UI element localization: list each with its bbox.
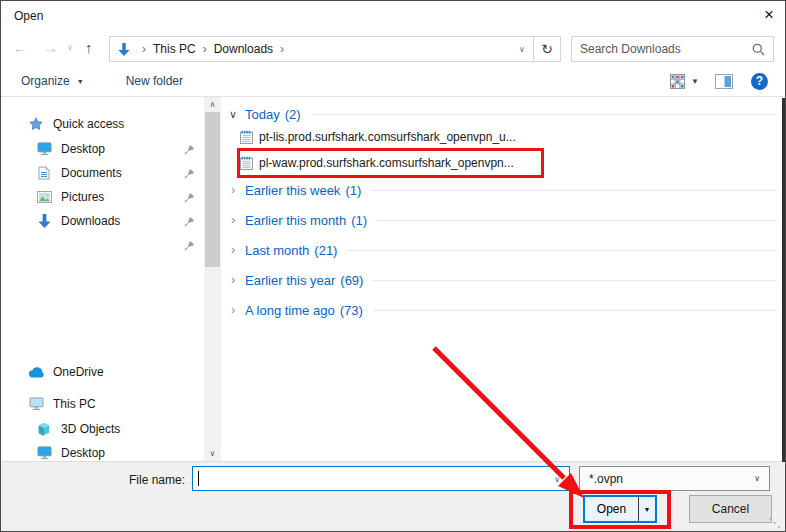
file-name-input[interactable] [197,468,543,489]
back-button[interactable]: ← [13,39,28,56]
chevron-right-icon: › [229,305,245,315]
open-button[interactable]: Open ▼ [583,495,657,523]
group-label: A long time ago [245,303,335,318]
chevron-right-icon: › [229,275,245,285]
group-count: (1) [345,183,361,198]
sidebar-item-label: 3D Objects [61,422,120,436]
group-header-earlier-this-month[interactable]: › Earlier this month (1) [229,209,782,231]
pin-icon[interactable] [184,144,195,155]
group-header-earlier-this-week[interactable]: › Earlier this week (1) [229,179,782,201]
sidebar-item-label: Documents [61,166,122,180]
grid-view-icon[interactable] [670,74,685,89]
group-rule [377,220,777,221]
sidebar-gap [1,257,203,359]
sidebar-item-3d-objects[interactable]: 3D Objects [1,417,203,441]
downloads-folder-icon [117,42,131,57]
group-header-a-long-time-ago[interactable]: › A long time ago (73) [229,299,782,321]
search-icon[interactable] [752,43,765,56]
desktop-monitor-icon [35,142,53,156]
file-type-dropdown[interactable]: *.ovpn ∨ [579,466,770,491]
sidebar-item-this-pc[interactable]: This PC [1,391,203,417]
sidebar-item-onedrive[interactable]: OneDrive [1,359,203,385]
sidebar-item-downloads[interactable]: Downloads [1,209,203,233]
chevron-down-icon[interactable]: ∨ [554,475,560,484]
preview-pane-icon[interactable] [715,74,733,89]
breadcrumb-this-pc[interactable]: This PC [153,42,196,56]
file-row-pt-lis[interactable]: pt-lis.prod.surfshark.comsurfshark_openv… [240,125,782,149]
sidebar-item-label: Pictures [61,190,104,204]
group-count: (73) [340,303,363,318]
file-name: pl-waw.prod.surfshark.comsurfshark_openv… [259,156,514,170]
breadcrumb-separator: › [280,42,284,56]
forward-button[interactable]: → [43,39,58,56]
pin-icon[interactable] [184,168,195,179]
text-file-icon [240,156,253,170]
quick-access-star-icon [27,117,45,131]
chevron-right-icon: › [229,185,245,195]
help-icon[interactable]: ? [751,73,768,90]
sidebar-item-quick-access[interactable]: Quick access [1,111,203,137]
organize-caret-icon: ▼ [77,78,84,85]
resize-grip[interactable]: ⋱ [768,515,781,530]
file-type-value: *.ovpn [589,472,754,486]
group-rule [373,310,777,311]
sidebar-item-desktop[interactable]: Desktop [1,137,203,161]
cancel-button[interactable]: Cancel [689,495,772,523]
group-count: (2) [285,107,301,122]
onedrive-cloud-icon [27,367,45,378]
group-header-last-month[interactable]: › Last month (21) [229,239,782,261]
pin-icon[interactable] [184,240,195,251]
sidebar-item-label: Quick access [53,117,124,131]
title-bar: Open × [1,1,785,31]
group-label: Earlier this month [245,213,346,228]
group-count: (1) [351,213,367,228]
pictures-icon [35,191,53,203]
sidebar-item-pictures[interactable]: Pictures [1,185,203,209]
open-dropdown-icon[interactable]: ▼ [639,497,655,521]
dialog-title: Open [14,9,43,23]
view-options-caret-icon[interactable]: ▼ [691,77,699,86]
text-caret [198,471,199,486]
address-dropdown-icon[interactable]: ∨ [511,45,533,54]
sidebar-item-documents[interactable]: Documents [1,161,203,185]
documents-icon [35,166,53,180]
search-box[interactable] [571,36,774,62]
scroll-down-icon[interactable]: ∨ [204,449,221,458]
chevron-down-icon: ∨ [754,474,760,483]
new-folder-button[interactable]: New folder [126,74,183,88]
sidebar-item-pinned-empty[interactable] [1,233,203,257]
group-count: (69) [340,273,363,288]
navigation-bar: ← → ∨ ↑ › This PC › Downloads › ∨ ↻ [1,32,785,66]
dialog-content: Quick access Desktop Documents [1,97,785,461]
sidebar-scrollbar[interactable]: ∧ ∨ [204,97,221,461]
navigation-pane: Quick access Desktop Documents [1,97,203,461]
pin-icon[interactable] [184,192,195,203]
organize-button[interactable]: Organize ▼ [21,74,84,88]
breadcrumb-separator: › [142,42,146,56]
address-bar[interactable]: › This PC › Downloads › ∨ ↻ [109,36,561,62]
search-input[interactable] [580,42,752,56]
chevron-right-icon: › [229,245,245,255]
group-label: Today [245,107,280,122]
group-rule [371,190,777,191]
group-rule [311,114,777,115]
group-header-today[interactable]: ∨ Today (2) [229,103,782,125]
downloads-arrow-icon [35,213,53,229]
sidebar-item-label: Desktop [61,142,105,156]
group-header-earlier-this-year[interactable]: › Earlier this year (69) [229,269,782,291]
file-row-pl-waw[interactable]: pl-waw.prod.surfshark.comsurfshark_openv… [240,151,782,175]
breadcrumb-downloads[interactable]: Downloads [214,42,273,56]
refresh-icon[interactable]: ↻ [534,41,560,57]
sidebar-item-desktop-2[interactable]: Desktop [1,441,203,461]
open-button-label[interactable]: Open [585,497,638,521]
close-icon[interactable]: × [764,5,774,25]
open-dialog: Open × ← → ∨ ↑ › This PC › Downloads › ∨… [0,0,786,532]
up-button[interactable]: ↑ [85,39,93,56]
scroll-up-icon[interactable]: ∧ [204,100,221,109]
this-pc-monitor-icon [27,397,45,411]
pin-icon[interactable] [184,216,195,227]
text-file-icon [240,130,253,144]
scrollbar-thumb[interactable] [205,112,220,267]
file-name-combo[interactable]: ∨ [192,466,570,491]
history-chevron-icon[interactable]: ∨ [67,43,73,52]
